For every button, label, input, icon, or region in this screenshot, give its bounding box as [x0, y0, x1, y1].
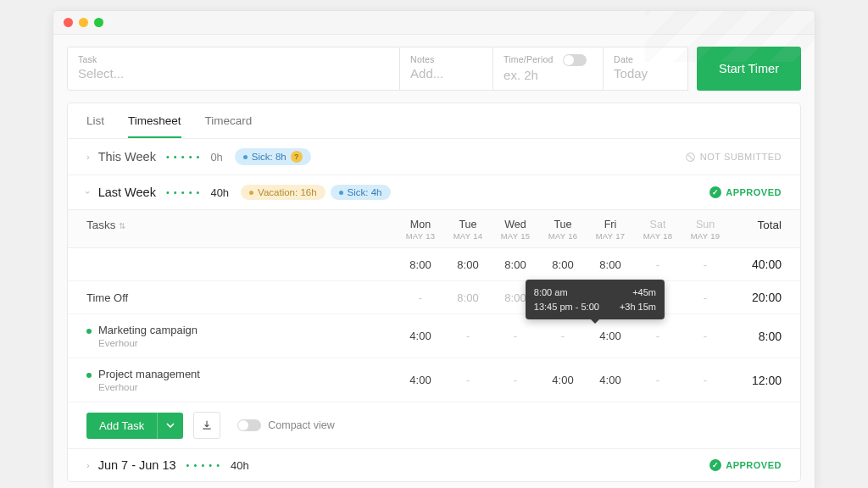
status-approved: ✓ APPROVED: [709, 459, 782, 471]
cell[interactable]: -: [492, 374, 539, 386]
time-toggle[interactable]: [563, 54, 587, 66]
period-last-week[interactable]: › Last Week • • • • • 40h Vacation: 16h …: [68, 175, 800, 210]
time-label: Time/Period: [504, 54, 593, 66]
task-field[interactable]: Task Select...: [67, 47, 400, 91]
chevron-down-icon: ›: [83, 191, 93, 194]
close-icon[interactable]: [64, 18, 73, 27]
cell[interactable]: 8:00: [444, 258, 492, 271]
table-row-project: Project management Everhour 4:00 - - 4:0…: [68, 358, 800, 402]
cell[interactable]: -: [634, 258, 682, 271]
chevron-down-icon: [166, 421, 175, 430]
app-window: Task Select... Notes Add... Time/Period …: [53, 10, 815, 488]
cell[interactable]: 4:00: [587, 374, 634, 386]
date-label: Date: [614, 54, 677, 64]
col-thu: TueMAY 16: [539, 219, 587, 241]
sick-pill: Sick: 4h: [331, 185, 391, 200]
task-project: Everhour: [98, 382, 397, 392]
timesheet-card: List Timesheet Timecard › This Week • • …: [67, 103, 801, 482]
period-hours: 40h: [231, 459, 249, 472]
row-total: 20:00: [729, 291, 782, 304]
cell[interactable]: 4:00: [397, 374, 444, 386]
column-total: Total: [729, 219, 782, 241]
col-fri: FriMAY 17: [587, 219, 634, 241]
titlebar: [53, 11, 815, 35]
notes-label: Notes: [410, 54, 482, 64]
cell[interactable]: -: [397, 291, 444, 304]
cell[interactable]: -: [492, 330, 539, 342]
compact-label: Compact view: [268, 419, 335, 431]
add-task-button[interactable]: Add Task: [86, 413, 157, 439]
warning-icon: ?: [291, 151, 303, 163]
cell[interactable]: -: [682, 291, 729, 304]
cell[interactable]: -: [682, 258, 729, 271]
row-total: 40:00: [729, 258, 782, 271]
period-title: This Week: [98, 150, 156, 164]
bullet-icon: [86, 373, 92, 378]
notes-field[interactable]: Notes Add...: [400, 47, 493, 91]
table-row-marketing: Marketing campaign Everhour 4:00 - - - 4…: [68, 314, 800, 358]
maximize-icon[interactable]: [94, 18, 103, 27]
table-header: Tasks⇅ MonMAY 13 TueMAY 14 WedMAY 15 Tue…: [68, 210, 800, 248]
table-row-totals: 8:00 8:00 8:00 8:00 8:00 - - 40:00: [68, 248, 800, 281]
tab-list[interactable]: List: [86, 103, 104, 138]
time-field[interactable]: Time/Period ex. 2h: [493, 47, 604, 91]
progress-dots: • • • • •: [166, 152, 200, 162]
cell[interactable]: -: [539, 330, 587, 342]
cell[interactable]: -: [634, 374, 682, 386]
content-area: Task Select... Notes Add... Time/Period …: [53, 35, 815, 488]
date-placeholder: Today: [614, 66, 677, 80]
compact-view-control: Compact view: [231, 419, 335, 431]
cell[interactable]: 4:00: [587, 330, 634, 342]
cell[interactable]: 8:00: [492, 258, 539, 271]
chevron-right-icon: ›: [86, 460, 90, 470]
row-total: 8:00: [729, 330, 782, 343]
vacation-pill: Vacation: 16h: [241, 185, 325, 200]
chevron-right-icon: ›: [86, 152, 90, 162]
task-label: Task: [78, 54, 389, 64]
sort-icon: ⇅: [119, 221, 125, 230]
check-icon: ✓: [709, 186, 721, 198]
minimize-icon[interactable]: [79, 18, 88, 27]
tab-timesheet[interactable]: Timesheet: [128, 103, 181, 138]
col-mon: MonMAY 13: [397, 219, 444, 241]
column-tasks[interactable]: Tasks⇅: [86, 219, 397, 241]
col-tue: TueMAY 14: [444, 219, 492, 241]
col-sun: SunMAY 19: [682, 219, 729, 241]
period-hours: 40h: [210, 186, 229, 199]
cell[interactable]: 8:00: [587, 258, 634, 271]
circle-slash-icon: [685, 152, 696, 163]
start-timer-button[interactable]: Start Timer: [697, 47, 801, 91]
progress-dots: • • • • •: [186, 460, 220, 470]
add-task-dropdown[interactable]: [157, 413, 183, 439]
period-this-week[interactable]: › This Week • • • • • 0h Sick: 8h? NOT S…: [68, 139, 800, 175]
cell[interactable]: -: [634, 330, 682, 342]
table-row-timeoff: Time Off - 8:00 8:00 - 20:00 8:00 am+45m…: [68, 281, 800, 314]
date-field[interactable]: Date Today: [604, 47, 688, 91]
tab-timecard[interactable]: Timecard: [205, 103, 253, 138]
task-name: Marketing campaign: [86, 324, 397, 336]
timer-bar: Task Select... Notes Add... Time/Period …: [67, 47, 801, 91]
tabs: List Timesheet Timecard: [68, 103, 800, 139]
cell[interactable]: -: [682, 330, 729, 342]
add-task-group: Add Task: [86, 413, 183, 439]
cell[interactable]: 8:00: [397, 258, 444, 271]
download-button[interactable]: [193, 412, 220, 439]
cell[interactable]: 8:00: [444, 291, 492, 304]
period-hours: 0h: [210, 151, 222, 164]
check-icon: ✓: [709, 459, 721, 471]
time-tooltip: 8:00 am+45m 13:45 pm - 5:00+3h 15m: [526, 280, 665, 319]
cell[interactable]: -: [682, 374, 729, 386]
task-placeholder: Select...: [78, 66, 389, 80]
period-title: Jun 7 - Jun 13: [98, 458, 176, 472]
status-approved: ✓ APPROVED: [709, 186, 782, 198]
cell[interactable]: 4:00: [539, 374, 587, 386]
cell[interactable]: -: [444, 374, 492, 386]
cell[interactable]: 4:00: [397, 330, 444, 342]
download-icon: [201, 419, 213, 431]
cell[interactable]: 8:00: [539, 258, 587, 271]
period-older[interactable]: › Jun 7 - Jun 13 • • • • • 40h ✓ APPROVE…: [68, 449, 800, 481]
row-total: 12:00: [729, 374, 782, 387]
cell[interactable]: -: [444, 330, 492, 342]
status-not-submitted: NOT SUBMITTED: [685, 152, 782, 163]
compact-toggle[interactable]: [237, 419, 261, 431]
